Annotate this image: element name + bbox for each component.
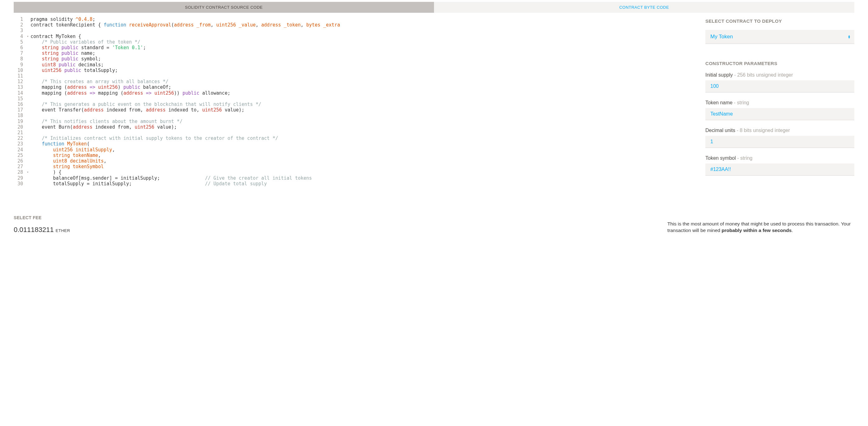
param-input[interactable] <box>705 108 854 120</box>
code-line[interactable]: 27 string tokenSymbol <box>14 164 698 169</box>
code-line[interactable]: 15 <box>14 96 698 101</box>
fee-section: SELECT FEE 0.011183211 ETHER <box>14 215 70 234</box>
code-line[interactable]: 5 /* Public variables of the token */ <box>14 39 698 45</box>
code-editor[interactable]: 1pragma solidity ^0.4.8;2contract tokenR… <box>14 17 698 187</box>
code-line[interactable]: 8 string public symbol; <box>14 56 698 62</box>
code-line[interactable]: 24 uint256 initialSupply, <box>14 147 698 153</box>
code-line[interactable]: 29 balanceOf[msg.sender] = initialSupply… <box>14 175 698 181</box>
code-line[interactable]: 18 <box>14 113 698 118</box>
param-input[interactable] <box>705 136 854 148</box>
param-label: Token name - string <box>705 100 854 105</box>
code-line[interactable]: 16 /* This generates a public event on t… <box>14 101 698 107</box>
param-block: Decimal units - 8 bits unsigned integer <box>705 128 854 148</box>
param-input[interactable] <box>705 163 854 176</box>
tabs-bar: SOLIDITY CONTRACT SOURCE CODE CONTRACT B… <box>14 2 854 13</box>
constructor-params-heading: CONSTRUCTOR PARAMETERS <box>705 61 854 66</box>
code-line[interactable]: 13 mapping (address => uint256) public b… <box>14 85 698 90</box>
select-contract-heading: SELECT CONTRACT TO DEPLOY <box>705 19 854 24</box>
code-line[interactable]: 20 event Burn(address indexed from, uint… <box>14 124 698 130</box>
code-line[interactable]: 28▾ ) { <box>14 169 698 175</box>
param-block: Token name - string <box>705 100 854 120</box>
code-line[interactable]: 22 /* Initializes contract with initial … <box>14 135 698 141</box>
code-line[interactable]: 11 <box>14 73 698 79</box>
param-label: Token symbol - string <box>705 155 854 161</box>
contract-select[interactable]: My Token ▲▼ <box>705 30 854 44</box>
code-line[interactable]: 1pragma solidity ^0.4.8; <box>14 17 698 22</box>
param-input[interactable] <box>705 80 854 93</box>
code-line[interactable]: 23 function MyToken( <box>14 141 698 147</box>
chevron-up-down-icon: ▲▼ <box>848 35 850 39</box>
code-line[interactable]: 3 <box>14 28 698 33</box>
code-line[interactable]: 21 <box>14 130 698 135</box>
code-line[interactable]: 25 string tokenName, <box>14 153 698 158</box>
select-fee-heading: SELECT FEE <box>14 215 70 220</box>
code-line[interactable]: 26 uint8 decimalUnits, <box>14 158 698 164</box>
code-line[interactable]: 17 event Transfer(address indexed from, … <box>14 107 698 113</box>
param-block: Token symbol - string <box>705 155 854 176</box>
param-label: Initial supply - 256 bits unsigned integ… <box>705 72 854 78</box>
code-line[interactable]: 7 string public name; <box>14 51 698 56</box>
tab-source-code[interactable]: SOLIDITY CONTRACT SOURCE CODE <box>14 2 434 13</box>
tab-byte-code[interactable]: CONTRACT BYTE CODE <box>434 2 854 13</box>
contract-select-value: My Token <box>710 34 733 39</box>
code-line[interactable]: 14 mapping (address => mapping (address … <box>14 90 698 96</box>
code-line[interactable]: 30 totalSupply = initialSupply; // Updat… <box>14 181 698 187</box>
code-line[interactable]: 9 uint8 public decimals; <box>14 62 698 68</box>
param-label: Decimal units - 8 bits unsigned integer <box>705 128 854 133</box>
code-line[interactable]: 10 uint256 public totalSupply; <box>14 68 698 73</box>
fee-amount: 0.011183211 ETHER <box>14 226 70 234</box>
code-line[interactable]: 12 /* This creates an array with all bal… <box>14 79 698 85</box>
code-line[interactable]: 4▾contract MyToken { <box>14 34 698 39</box>
deploy-sidebar: SELECT CONTRACT TO DEPLOY My Token ▲▼ CO… <box>705 17 854 187</box>
code-line[interactable]: 2contract tokenRecipient { function rece… <box>14 22 698 28</box>
code-line[interactable]: 19 /* This notifies clients about the am… <box>14 119 698 124</box>
fee-description: This is the most amount of money that mi… <box>668 221 854 234</box>
param-block: Initial supply - 256 bits unsigned integ… <box>705 72 854 93</box>
code-line[interactable]: 6 string public standard = 'Token 0.1'; <box>14 45 698 51</box>
